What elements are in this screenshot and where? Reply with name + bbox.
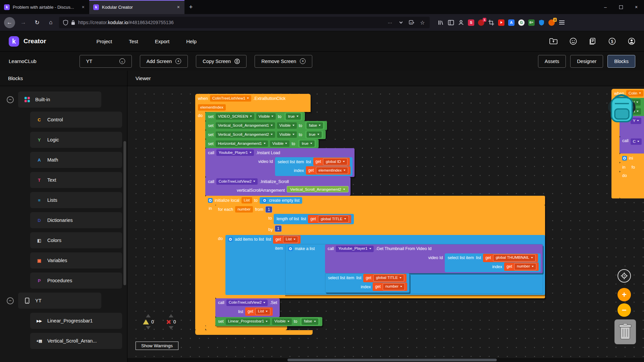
sidebar-item-math[interactable]: AMath — [30, 152, 122, 168]
event-block-extrabuttonclick[interactable]: when ColinTreeListView1 .ExtraButtonClic… — [195, 94, 545, 335]
tracking-protection-icon[interactable] — [63, 20, 68, 25]
set-block[interactable]: set VIDEO_SCREEN Visible to true — [205, 112, 305, 121]
component-dropdown[interactable]: Youtube_Player1 — [216, 149, 254, 156]
get-block[interactable]: getglobal TITLE — [363, 274, 407, 282]
component-dropdown[interactable]: Youtube_Player1 — [336, 246, 373, 252]
param-chip[interactable]: elementIndex — [198, 104, 226, 111]
component-dropdown[interactable]: Linear_Progressbar1 — [226, 318, 270, 325]
property-dropdown[interactable]: Visible — [256, 113, 276, 120]
call-initialize-scroll-block[interactable]: call ColinTreeListView2 .Initialize_Scro… — [205, 177, 351, 196]
library-icon[interactable] — [438, 19, 444, 26]
logic-value-block[interactable]: false — [305, 122, 324, 130]
blocks-canvas[interactable]: when ColinTreeListView1 .ExtraButtonClic… — [127, 86, 644, 362]
select-list-item-block[interactable]: select list item list getglobal TITLE — [325, 273, 410, 293]
reload-button[interactable]: ↻ — [32, 17, 43, 28]
profile-icon[interactable] — [628, 38, 635, 45]
make-a-list-block[interactable]: make a list call — [285, 244, 543, 294]
url-bar[interactable]: https://creator.kodular.io/#481863420975… — [59, 17, 430, 28]
create-empty-list-block[interactable]: create empty list — [260, 197, 302, 204]
zoom-out-button[interactable]: − — [618, 303, 631, 317]
forward-button[interactable]: → — [18, 17, 29, 28]
notifier-ext-icon[interactable]: 1 — [478, 19, 484, 26]
designer-button[interactable]: Designer — [570, 55, 603, 68]
page-actions-icon[interactable]: ··· — [387, 19, 393, 26]
component-dropdown[interactable]: Vertical_Scroll_Arrangement2 — [216, 131, 275, 138]
expand-warnings-icon[interactable] — [146, 326, 151, 329]
adblock-shield-ext-icon[interactable] — [538, 19, 545, 26]
select-list-item-block[interactable]: select list item list getglobal ID index… — [275, 157, 353, 176]
screenshot-ext-icon[interactable] — [488, 19, 494, 26]
browser-tab-active[interactable]: k Kodular Creator × — [89, 0, 184, 14]
get-block[interactable]: getglobal ID — [313, 158, 350, 166]
set-block[interactable]: set Linear_Progressbar1 Visible to false — [215, 317, 322, 326]
zoom-in-button[interactable]: + — [618, 288, 631, 301]
mutator-gear-icon[interactable] — [288, 246, 293, 251]
logic-value-block[interactable]: true — [298, 140, 316, 148]
collapse-icon[interactable]: − — [7, 297, 14, 304]
mutator-gear-icon[interactable] — [228, 237, 233, 242]
sidebar-item-logic[interactable]: YLogic — [30, 132, 122, 148]
set-block[interactable]: set Vertical_Scroll_Arrangement2 Visible… — [205, 130, 326, 139]
sidebar-item-text[interactable]: TText — [30, 172, 122, 188]
property-dropdown[interactable]: Visible — [277, 131, 297, 138]
event-header[interactable]: when ColinTreeListView1 .ExtraButtonClic… — [195, 94, 288, 103]
canvas-horizontal-scrollbar[interactable] — [127, 358, 644, 362]
get-block[interactable]: getList — [245, 307, 273, 316]
pocket-icon[interactable] — [398, 19, 404, 26]
set-block[interactable]: set Vertical_Scroll_Arrangement1 Visible… — [205, 121, 327, 130]
call-block[interactable]: callC — [620, 137, 644, 154]
window-close-button[interactable]: × — [629, 0, 644, 14]
kodular-logo[interactable]: k — [9, 36, 19, 47]
account-icon[interactable] — [458, 19, 464, 26]
component-dropdown[interactable]: ColinTreeListView1 — [210, 95, 251, 102]
get-block[interactable]: getglobal TITLE — [308, 215, 351, 223]
logic-value-block[interactable]: true — [305, 131, 323, 139]
translate-ext-icon[interactable]: A — [508, 19, 515, 26]
sidebar-item-yt[interactable]: YT — [18, 293, 101, 309]
bplus-ext-icon[interactable]: B+ — [528, 19, 535, 26]
remove-screen-button[interactable]: Remove Screen × — [255, 55, 312, 68]
show-warnings-button[interactable]: Show Warnings — [136, 342, 178, 350]
scrollbar-thumb[interactable] — [287, 359, 497, 361]
get-block[interactable]: getglobal THUMBNAIL — [483, 254, 538, 262]
component-dropdown[interactable]: Horizontal_Arrangement1 — [216, 140, 268, 147]
menu-help[interactable]: Help — [186, 39, 197, 44]
home-button[interactable]: ⌂ — [45, 17, 56, 28]
sidebar-item-dictionaries[interactable]: DDictionaries — [30, 212, 122, 228]
add-screen-button[interactable]: Add Screen + — [140, 55, 188, 68]
select-list-item-block[interactable]: select list item list getglobal THUMBNAI… — [445, 253, 541, 272]
youtube-ext-icon[interactable] — [498, 19, 504, 26]
sidebar-item-vertical-scroll[interactable]: +▤Vertical_Scroll_Arran... — [30, 333, 122, 349]
collapse-icon[interactable]: − — [7, 96, 14, 103]
property-dropdown[interactable]: Visible — [272, 318, 292, 325]
expand-errors-icon[interactable] — [169, 326, 173, 329]
logic-value-block[interactable]: true — [284, 113, 302, 121]
tab-close-icon[interactable]: × — [176, 4, 180, 10]
mutator-gear-icon[interactable] — [262, 198, 267, 203]
get-block[interactable]: getnumber — [373, 283, 407, 291]
mutator-gear-icon[interactable] — [208, 198, 213, 203]
length-of-list-block[interactable]: length of list list getglobal TITLE — [274, 214, 354, 224]
get-block[interactable]: getList — [273, 235, 301, 244]
translate-page-icon[interactable]: a — [409, 20, 415, 25]
stylish-ext-icon[interactable]: S — [468, 19, 474, 26]
menu-export[interactable]: Export — [155, 39, 169, 44]
feedback-smiley-icon[interactable] — [570, 38, 577, 45]
initialize-local-block[interactable]: ini — [620, 154, 644, 163]
menu-project[interactable]: Project — [97, 39, 112, 44]
property-dropdown[interactable]: Visible — [277, 122, 297, 129]
documentation-icon[interactable] — [589, 38, 596, 45]
call-instant-load-block[interactable]: call Youtube_Player1 .Instant Load video… — [205, 148, 355, 177]
menu-icon[interactable] — [558, 19, 565, 26]
property-dropdown[interactable]: Visible — [270, 140, 290, 147]
grammarly-ext-icon[interactable]: G — [518, 19, 525, 26]
monetization-icon[interactable]: $ — [608, 38, 616, 45]
back-button[interactable]: ← — [4, 17, 15, 28]
component-dropdown[interactable]: ColinTreeListView2 — [216, 178, 258, 185]
add-items-to-list-block[interactable]: add items to list list getList item — [225, 235, 545, 295]
sidebar-item-variables[interactable]: ▣Variables — [30, 252, 122, 268]
sidebar-item-colors[interactable]: ◧Colors — [30, 232, 122, 248]
window-minimize-button[interactable]: – — [598, 0, 613, 14]
loop-variable-chip[interactable]: number — [235, 206, 253, 213]
sidebar-item-lists[interactable]: ≡Lists — [30, 192, 122, 208]
